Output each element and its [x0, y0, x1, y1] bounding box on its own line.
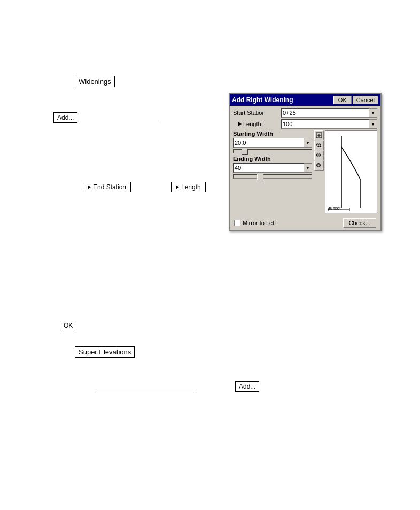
zoom-extents-icon — [316, 132, 322, 138]
preview-canvas: 30 feet — [325, 130, 377, 213]
svg-rect-11 — [317, 164, 320, 166]
length-arrow-icon — [176, 185, 179, 189]
ending-width-slider-track — [233, 174, 312, 179]
svg-line-9 — [320, 157, 322, 158]
zoom-in-icon — [316, 142, 322, 149]
zoom-in-button[interactable] — [314, 141, 324, 150]
ending-width-dropdown-arrow[interactable]: ▼ — [304, 163, 312, 173]
add-super-elevation-button[interactable]: Add... — [235, 381, 259, 392]
length-label-indent: Length: — [233, 121, 281, 127]
zoom-window-button[interactable] — [314, 161, 324, 171]
zoom-window-icon — [316, 163, 322, 169]
start-station-dropdown-arrow[interactable]: ▼ — [369, 108, 377, 118]
dialog-cancel-button[interactable]: Cancel — [353, 96, 378, 104]
dialog-left-panel: Starting Width ▼ Ending Width — [233, 130, 312, 216]
length-dropdown-arrow[interactable]: ▼ — [369, 119, 377, 129]
ending-width-select-container: ▼ — [233, 163, 312, 173]
end-station-arrow-icon — [88, 185, 91, 189]
preview-wrapper: 30 feet — [314, 130, 377, 216]
svg-line-6 — [320, 146, 322, 148]
ending-width-row: ▼ — [233, 163, 312, 173]
preview-scale-label: 30 feet — [328, 206, 340, 211]
svg-line-12 — [320, 167, 322, 168]
mirror-label: Mirror to Left — [234, 220, 276, 226]
widening-list-underline — [53, 123, 160, 123]
end-station-button[interactable]: End Station — [83, 182, 131, 192]
start-station-label: Start Station — [233, 110, 281, 116]
svg-point-10 — [317, 164, 321, 167]
starting-width-slider-track — [233, 149, 312, 153]
start-station-select-container: ▼ — [281, 108, 377, 118]
length-triangle-icon — [238, 122, 242, 126]
zoom-out-button[interactable] — [314, 151, 324, 160]
mirror-to-left-checkbox[interactable] — [234, 220, 240, 226]
end-station-label: End Station — [93, 183, 126, 191]
starting-width-slider-thumb — [242, 149, 248, 155]
ending-width-slider[interactable] — [233, 174, 312, 179]
starting-width-select-container: ▼ — [233, 138, 312, 148]
dialog-ok-button[interactable]: OK — [333, 96, 352, 104]
length-row: Length: ▼ — [233, 119, 377, 129]
dialog-bottom-row: Mirror to Left Check... — [233, 218, 377, 228]
starting-width-slider[interactable] — [233, 149, 312, 153]
dialog-title: Add Right Widening — [232, 96, 333, 104]
zoom-buttons — [314, 130, 324, 171]
starting-width-dropdown-arrow[interactable]: ▼ — [304, 138, 312, 148]
ok-main-button[interactable]: OK — [60, 321, 76, 330]
starting-width-input[interactable] — [233, 138, 312, 148]
widenings-label: Widenings — [75, 76, 115, 87]
starting-width-row: ▼ — [233, 138, 312, 148]
super-elevations-label: Super Elevations — [75, 346, 135, 358]
add-widening-button[interactable]: Add... — [53, 112, 77, 123]
length-select-container: ▼ — [281, 119, 377, 129]
zoom-extents-button[interactable] — [314, 130, 324, 140]
dialog-body: Start Station ▼ Length: ▼ Starting Width — [230, 106, 380, 230]
add-right-widening-dialog: Add Right Widening OK Cancel Start Stati… — [229, 93, 382, 231]
dialog-titlebar: Add Right Widening OK Cancel — [230, 94, 380, 106]
widening-preview-svg — [325, 131, 377, 213]
check-button[interactable]: Check... — [343, 218, 376, 228]
super-elevation-list-underline — [95, 393, 194, 393]
zoom-out-icon — [316, 152, 322, 159]
length-button[interactable]: Length — [171, 182, 206, 192]
ending-width-input[interactable] — [233, 163, 312, 173]
start-station-input[interactable] — [281, 108, 377, 118]
starting-width-section-label: Starting Width — [233, 130, 312, 137]
mirror-to-left-text: Mirror to Left — [243, 220, 276, 226]
ending-width-section-label: Ending Width — [233, 156, 312, 162]
start-station-row: Start Station ▼ — [233, 108, 377, 118]
length-label: Length — [181, 183, 201, 191]
dialog-content-area: Starting Width ▼ Ending Width — [233, 130, 377, 216]
ending-width-slider-thumb — [257, 174, 263, 180]
length-input[interactable] — [281, 119, 377, 129]
